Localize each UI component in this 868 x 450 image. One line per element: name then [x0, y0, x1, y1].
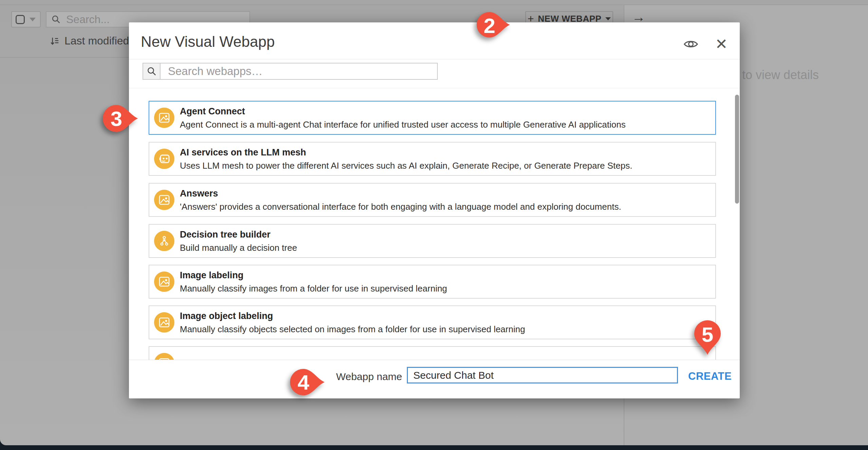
chevron-down-icon [30, 18, 36, 21]
webapp-template-item[interactable]: Answers'Answers' provides a conversation… [149, 183, 716, 217]
modal-title: New Visual Webapp [141, 33, 275, 50]
item-description: Agent Connect is a multi-agent Chat inte… [180, 119, 626, 130]
webapp-template-item[interactable]: Image labelingManually classify images f… [149, 265, 716, 299]
search-icon [51, 15, 61, 24]
picture-icon [154, 312, 174, 333]
sort-dropdown[interactable]: Last modified [50, 35, 139, 47]
webapp-template-item[interactable] [149, 346, 716, 360]
picture-icon [154, 353, 174, 360]
search-input[interactable]: Search webapps… [161, 63, 437, 79]
item-title: AI services on the LLM mesh [180, 147, 306, 158]
badge-number: 3 [102, 107, 131, 131]
badge-number: 4 [289, 370, 318, 394]
badge-number: 2 [476, 14, 503, 38]
search-placeholder: Search... [66, 13, 110, 26]
item-description: Manually classify images from a folder f… [180, 283, 447, 294]
annotation-badge-2: 2 [476, 7, 511, 42]
sort-icon [50, 36, 60, 46]
annotation-badge-3: 3 [102, 100, 139, 137]
item-title: Image labeling [180, 270, 244, 281]
webapp-name-label: Webapp name [319, 371, 402, 382]
modal-search-row: Search webapps… [129, 60, 740, 88]
webapp-template-item[interactable]: Image object labelingManually classify o… [149, 305, 716, 339]
new-visual-webapp-modal: New Visual Webapp ✕ Search webapps… Agen… [129, 22, 740, 398]
webapp-template-item[interactable]: AI services on the LLM meshUses LLM mesh… [149, 142, 716, 176]
chevron-down-icon [605, 17, 611, 20]
search-prefix [143, 63, 161, 79]
webapp-name-input[interactable]: Secured Chat Bot [407, 367, 678, 383]
item-description: Build manually a decision tree [180, 243, 297, 253]
item-description: 'Answers' provides a conversational inte… [180, 202, 621, 212]
close-button[interactable]: ✕ [713, 36, 730, 52]
picture-icon [154, 190, 174, 210]
webapp-template-search[interactable]: Search webapps… [143, 63, 438, 80]
picture-icon [154, 108, 174, 128]
item-description: Manually classify objects selected on im… [180, 324, 525, 335]
search-icon [147, 66, 157, 76]
webapp-template-list: Agent ConnectAgent Connect is a multi-ag… [129, 88, 740, 360]
annotation-badge-4: 4 [289, 364, 326, 400]
modal-header: New Visual Webapp ✕ [129, 22, 740, 59]
item-title: Answers [180, 188, 218, 199]
create-button[interactable]: CREATE [688, 370, 732, 382]
select-all-checkbox[interactable] [16, 15, 25, 24]
scrollbar-thumb[interactable] [735, 95, 739, 204]
preview-button[interactable] [683, 36, 699, 52]
annotation-badge-5: 5 [689, 319, 726, 356]
select-all-dropdown[interactable] [11, 11, 41, 27]
eye-icon [683, 36, 699, 52]
item-title: Agent Connect [180, 106, 245, 117]
close-icon: ✕ [715, 37, 728, 52]
sort-label: Last modified [64, 35, 129, 47]
webapp-template-item[interactable]: Agent ConnectAgent Connect is a multi-ag… [149, 101, 716, 135]
robot-icon [154, 149, 174, 169]
picture-icon [154, 271, 174, 292]
modal-footer: Webapp name Secured Chat Bot CREATE [129, 360, 740, 398]
badge-number: 5 [689, 322, 726, 346]
webapp-template-item[interactable]: Decision tree builderBuild manually a de… [149, 224, 716, 258]
item-description: Uses LLM mesh to power the different AI … [180, 161, 632, 171]
details-placeholder-text: to view details [742, 68, 819, 82]
item-title: Decision tree builder [180, 229, 270, 240]
tree-icon [154, 231, 174, 251]
item-title: Image object labeling [180, 311, 273, 321]
